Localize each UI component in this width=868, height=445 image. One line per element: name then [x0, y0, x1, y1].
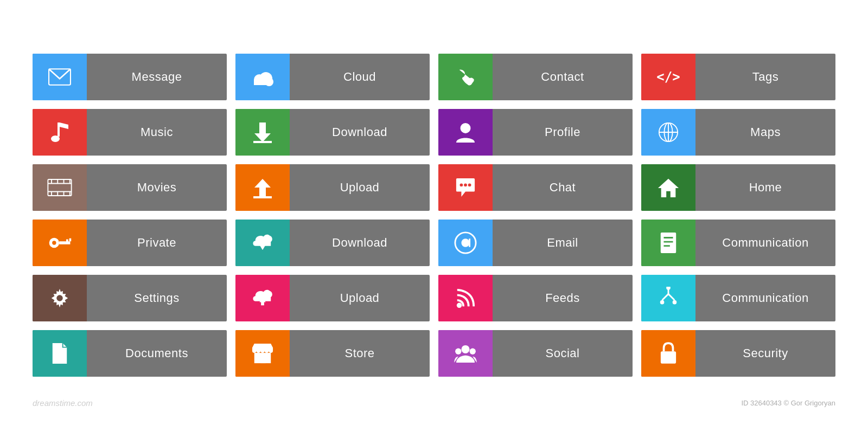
upload1-icon: [235, 164, 290, 211]
tile-message[interactable]: Message: [33, 54, 227, 100]
tile-email[interactable]: Email: [438, 220, 633, 266]
email-label: Email: [493, 220, 633, 266]
svg-rect-52: [261, 301, 264, 306]
store-icon: [235, 330, 290, 377]
svg-line-55: [662, 294, 668, 300]
svg-point-63: [455, 349, 461, 354]
svg-rect-40: [261, 241, 264, 246]
home-icon: [641, 164, 695, 211]
svg-rect-10: [253, 141, 272, 143]
settings-label: Settings: [87, 275, 227, 321]
svg-point-35: [52, 241, 56, 244]
svg-marker-6: [60, 122, 68, 129]
social-label: Social: [493, 330, 633, 377]
svg-point-57: [666, 287, 671, 290]
tile-social[interactable]: Social: [438, 330, 633, 377]
tile-profile[interactable]: Profile: [438, 109, 633, 156]
svg-rect-38: [69, 238, 72, 242]
store-label: Store: [290, 330, 430, 377]
music-label: Music: [87, 109, 227, 156]
tile-security[interactable]: Security: [641, 330, 835, 377]
svg-marker-33: [658, 179, 679, 197]
tile-feeds[interactable]: Feeds: [438, 275, 633, 321]
tags-label: Tags: [695, 54, 835, 100]
upload2-icon: [235, 275, 290, 321]
svg-rect-61: [260, 357, 266, 363]
svg-point-30: [460, 183, 463, 186]
tile-tags[interactable]: </>Tags: [641, 54, 835, 100]
svg-rect-44: [661, 233, 676, 253]
tile-upload1[interactable]: Upload: [235, 164, 430, 211]
communication1-icon: [641, 220, 695, 266]
tile-private[interactable]: Private: [33, 220, 227, 266]
download2-label: Download: [290, 220, 430, 266]
tile-contact[interactable]: Contact: [438, 54, 633, 100]
tile-grid: MessageCloudContact</>TagsMusicDownloadP…: [0, 32, 868, 398]
contact-icon: [438, 54, 493, 100]
security-label: Security: [695, 330, 835, 377]
tile-cloud[interactable]: Cloud: [235, 54, 430, 100]
message-label: Message: [87, 54, 227, 100]
svg-marker-9: [254, 133, 271, 142]
svg-point-42: [461, 238, 469, 247]
communication2-icon: [641, 275, 695, 321]
svg-point-53: [457, 303, 462, 308]
tile-upload2[interactable]: Upload: [235, 275, 430, 321]
tile-settings[interactable]: Settings: [33, 275, 227, 321]
message-icon: [33, 54, 87, 100]
social-icon: [438, 330, 493, 377]
download2-icon: [235, 220, 290, 266]
svg-point-62: [461, 345, 469, 353]
chat-label: Chat: [493, 164, 633, 211]
feeds-label: Feeds: [493, 275, 633, 321]
communication1-label: Communication: [695, 220, 835, 266]
home-label: Home: [695, 164, 835, 211]
security-icon: [641, 330, 695, 377]
svg-rect-29: [253, 196, 272, 198]
tile-communication1[interactable]: Communication: [641, 220, 835, 266]
watermark-bar: dreamstime.com ID 32640343 © Gor Grigory…: [0, 398, 868, 413]
svg-rect-4: [254, 80, 271, 85]
upload1-label: Upload: [290, 164, 430, 211]
svg-rect-8: [259, 122, 266, 134]
tile-music[interactable]: Music: [33, 109, 227, 156]
contact-label: Contact: [493, 54, 633, 100]
svg-marker-28: [254, 179, 271, 188]
cloud-icon: [235, 54, 290, 100]
email-icon: [438, 220, 493, 266]
documents-icon: [33, 330, 87, 377]
chat-icon: [438, 164, 493, 211]
svg-point-31: [464, 183, 467, 186]
svg-point-7: [51, 136, 60, 142]
music-icon: [33, 109, 87, 156]
tile-chat[interactable]: Chat: [438, 164, 633, 211]
svg-point-50: [56, 295, 62, 301]
download1-label: Download: [290, 109, 430, 156]
svg-point-58: [660, 300, 665, 305]
tile-documents[interactable]: Documents: [33, 330, 227, 377]
svg-rect-5: [58, 122, 60, 137]
profile-icon: [438, 109, 493, 156]
feeds-icon: [438, 275, 493, 321]
tile-communication2[interactable]: Communication: [641, 275, 835, 321]
tile-home[interactable]: Home: [641, 164, 835, 211]
svg-point-59: [673, 300, 677, 305]
movies-icon: [33, 164, 87, 211]
svg-point-66: [666, 356, 671, 360]
svg-rect-37: [66, 240, 68, 243]
settings-icon: [33, 275, 87, 321]
tile-maps[interactable]: Maps: [641, 109, 835, 156]
svg-rect-36: [59, 241, 70, 244]
profile-label: Profile: [493, 109, 633, 156]
tile-download2[interactable]: Download: [235, 220, 430, 266]
tile-store[interactable]: Store: [235, 330, 430, 377]
svg-point-11: [461, 123, 471, 133]
upload2-label: Upload: [290, 275, 430, 321]
private-label: Private: [87, 220, 227, 266]
tile-movies[interactable]: Movies: [33, 164, 227, 211]
svg-line-56: [668, 294, 674, 300]
svg-point-64: [470, 349, 476, 354]
movies-label: Movies: [87, 164, 227, 211]
tags-icon: </>: [641, 54, 695, 100]
tile-download1[interactable]: Download: [235, 109, 430, 156]
